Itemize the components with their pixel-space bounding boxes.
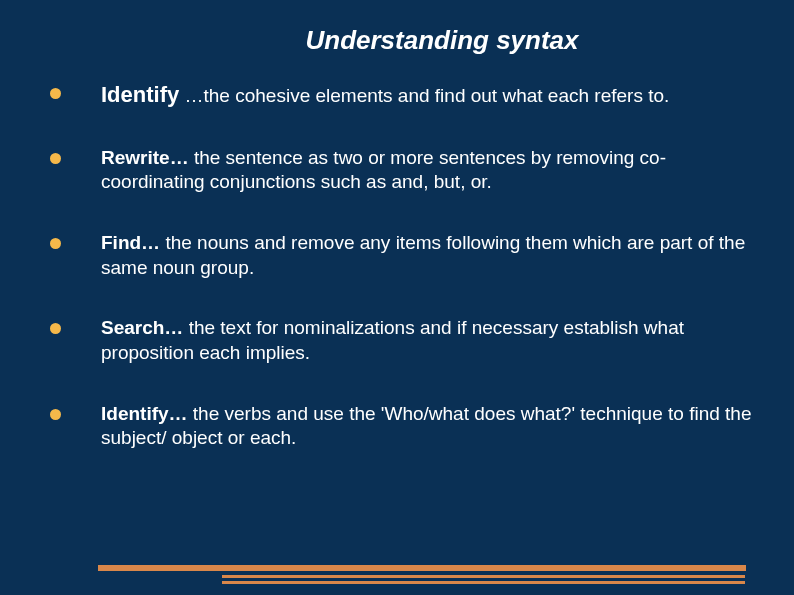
item-bold: Rewrite…	[101, 147, 189, 168]
list-item: Rewrite… the sentence as two or more sen…	[50, 146, 754, 195]
item-bold: Search…	[101, 317, 183, 338]
item-bold: Identify…	[101, 403, 188, 424]
decor-line-icon	[222, 575, 745, 578]
item-body: …the cohesive elements and find out what…	[179, 85, 669, 106]
bullet-icon	[50, 88, 61, 99]
decor-line-icon	[222, 581, 745, 584]
item-bold: Find…	[101, 232, 160, 253]
decor-line-icon	[98, 565, 746, 571]
item-text: Identify …the cohesive elements and find…	[101, 81, 754, 110]
list-item: Search… the text for nominalizations and…	[50, 316, 754, 365]
bullet-icon	[50, 153, 61, 164]
item-text: Find… the nouns and remove any items fol…	[101, 231, 754, 280]
bullet-icon	[50, 409, 61, 420]
item-text: Rewrite… the sentence as two or more sen…	[101, 146, 754, 195]
item-bold: Identify	[101, 82, 179, 107]
bullet-icon	[50, 238, 61, 249]
slide-title: Understanding syntax	[0, 25, 794, 56]
item-body: the verbs and use the 'Who/what does wha…	[101, 403, 751, 449]
list-item: Identify …the cohesive elements and find…	[50, 81, 754, 110]
bullet-list: Identify …the cohesive elements and find…	[0, 81, 794, 451]
list-item: Find… the nouns and remove any items fol…	[50, 231, 754, 280]
item-body: the text for nominalizations and if nece…	[101, 317, 684, 363]
item-body: the nouns and remove any items following…	[101, 232, 745, 278]
item-text: Search… the text for nominalizations and…	[101, 316, 754, 365]
slide: Understanding syntax Identify …the cohes…	[0, 0, 794, 595]
item-text: Identify… the verbs and use the 'Who/wha…	[101, 402, 754, 451]
list-item: Identify… the verbs and use the 'Who/wha…	[50, 402, 754, 451]
bullet-icon	[50, 323, 61, 334]
